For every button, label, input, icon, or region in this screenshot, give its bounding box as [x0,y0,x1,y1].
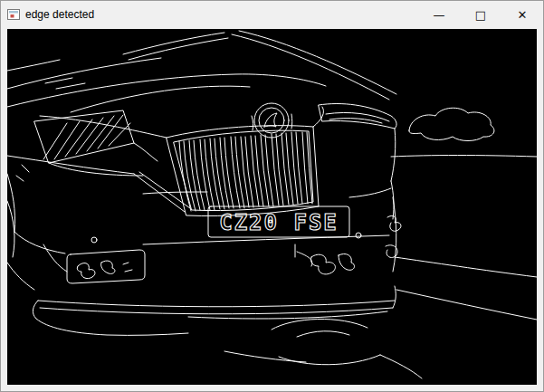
grille-slats [179,132,308,211]
minimize-button[interactable]: — [418,1,460,28]
wheel-ground-edges [224,319,422,378]
maximize-icon: □ [475,8,486,22]
close-button[interactable]: ✕ [501,1,543,28]
car-badge [254,103,289,138]
close-icon: ✕ [518,8,528,22]
spoiler-edges [33,286,396,335]
bumper-edges [7,156,401,274]
grille [167,114,319,216]
app-icon[interactable] [7,8,20,21]
headlight-right [319,104,396,220]
client-area: CZ20 FSE [1,28,543,391]
app-window: edge detected — □ ✕ [0,0,544,392]
left-fender-edges [7,165,34,290]
headlight-left [34,110,157,176]
edge-image: CZ20 FSE [7,29,537,385]
background-edges [391,108,537,320]
license-plate-text: CZ20 FSE [219,210,339,235]
window-title: edge detected [25,8,94,21]
fog-lamp-left [43,244,145,283]
minimize-icon: — [434,8,445,22]
title-bar[interactable]: edge detected — □ ✕ [1,1,543,28]
roof-hood-lines [7,31,396,112]
license-plate: CZ20 FSE [208,206,349,237]
title-area: edge detected [1,1,418,28]
maximize-button[interactable]: □ [460,1,501,28]
window-controls: — □ ✕ [418,1,543,28]
